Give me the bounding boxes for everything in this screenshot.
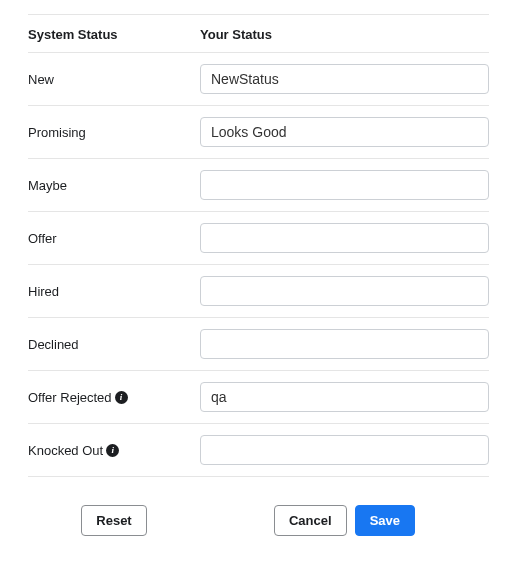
status-label-text: Maybe bbox=[28, 178, 67, 193]
info-icon[interactable]: i bbox=[106, 444, 119, 457]
status-input-hired[interactable] bbox=[200, 276, 489, 306]
status-label-hired: Hired bbox=[28, 284, 200, 299]
status-label-offer-rejected: Offer Rejectedi bbox=[28, 390, 200, 405]
table-header: System Status Your Status bbox=[28, 15, 489, 52]
status-label-text: Offer Rejected bbox=[28, 390, 112, 405]
status-label-new: New bbox=[28, 72, 200, 87]
status-input-new[interactable] bbox=[200, 64, 489, 94]
table-row: New bbox=[28, 53, 489, 106]
table-row: Offer bbox=[28, 212, 489, 265]
status-label-text: Knocked Out bbox=[28, 443, 103, 458]
status-input-maybe[interactable] bbox=[200, 170, 489, 200]
table-row: Promising bbox=[28, 106, 489, 159]
table-row: Knocked Outi bbox=[28, 424, 489, 477]
header-system-status: System Status bbox=[28, 27, 200, 42]
status-label-promising: Promising bbox=[28, 125, 200, 140]
status-input-promising[interactable] bbox=[200, 117, 489, 147]
status-label-declined: Declined bbox=[28, 337, 200, 352]
status-label-text: New bbox=[28, 72, 54, 87]
status-input-wrap bbox=[200, 223, 489, 253]
reset-button[interactable]: Reset bbox=[81, 505, 146, 536]
status-label-text: Hired bbox=[28, 284, 59, 299]
status-label-text: Promising bbox=[28, 125, 86, 140]
status-input-wrap bbox=[200, 276, 489, 306]
status-label-knocked-out: Knocked Outi bbox=[28, 443, 200, 458]
status-input-wrap bbox=[200, 435, 489, 465]
status-input-knocked-out[interactable] bbox=[200, 435, 489, 465]
status-label-maybe: Maybe bbox=[28, 178, 200, 193]
status-label-text: Offer bbox=[28, 231, 57, 246]
status-input-wrap bbox=[200, 329, 489, 359]
status-input-wrap bbox=[200, 117, 489, 147]
table-row: Declined bbox=[28, 318, 489, 371]
status-input-wrap bbox=[200, 382, 489, 412]
status-label-offer: Offer bbox=[28, 231, 200, 246]
table-row: Offer Rejectedi bbox=[28, 371, 489, 424]
status-input-declined[interactable] bbox=[200, 329, 489, 359]
action-bar: Reset Cancel Save bbox=[28, 477, 489, 536]
table-row: Hired bbox=[28, 265, 489, 318]
info-icon[interactable]: i bbox=[115, 391, 128, 404]
status-input-offer-rejected[interactable] bbox=[200, 382, 489, 412]
status-input-wrap bbox=[200, 64, 489, 94]
save-button[interactable]: Save bbox=[355, 505, 415, 536]
status-input-wrap bbox=[200, 170, 489, 200]
status-label-text: Declined bbox=[28, 337, 79, 352]
status-rows: NewPromisingMaybeOfferHiredDeclinedOffer… bbox=[28, 52, 489, 477]
status-input-offer[interactable] bbox=[200, 223, 489, 253]
table-row: Maybe bbox=[28, 159, 489, 212]
cancel-button[interactable]: Cancel bbox=[274, 505, 347, 536]
header-your-status: Your Status bbox=[200, 27, 489, 42]
status-mapping-panel: System Status Your Status NewPromisingMa… bbox=[0, 14, 517, 556]
